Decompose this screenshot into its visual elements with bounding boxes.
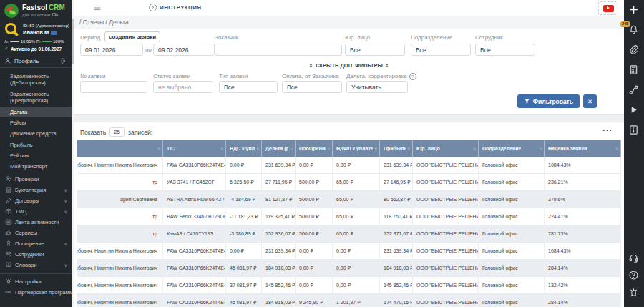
sidebar-item-8[interactable]: Словари∨ <box>0 260 72 271</box>
sidebar-item-2[interactable]: Договоры∨ <box>0 195 72 206</box>
sidebar-subitem-3[interactable]: Рейсы <box>0 117 72 128</box>
sidebar-item-5[interactable]: Сервисы <box>0 228 72 238</box>
column-header[interactable]: Поощрение (руб)↑↓ <box>296 140 333 157</box>
sort-icon[interactable]: ↑↓ <box>407 147 410 151</box>
sidebar-item-6[interactable]: Поощрение∨ <box>0 238 72 249</box>
table-row[interactable]: ария СергеевнаASTRA Astra HD9 66.42 / 11… <box>77 191 621 208</box>
search-icon[interactable] <box>4 22 19 37</box>
column-header[interactable]: Юр. лицо↑↓ <box>413 140 479 157</box>
sidebar-menu: ПроверкиБухгалтерия∨Договоры∨ТМЦ∨Лента а… <box>0 174 72 271</box>
sort-icon[interactable]: ↑↓ <box>374 147 377 151</box>
period-type-chip[interactable]: создания заявки <box>104 31 160 42</box>
filter-input[interactable]: не выбрано <box>153 81 213 93</box>
table-card: Показать 25 записей: ... ↑↓Т/С↑↓НДС к уп… <box>74 122 624 307</box>
calculator-button[interactable] <box>628 64 640 76</box>
sidebar-item-1[interactable]: Бухгалтерия∨ <box>0 185 72 195</box>
filter-input[interactable]: Все <box>411 44 471 56</box>
sort-icon[interactable]: ↑↓ <box>539 147 542 151</box>
show-label: Показать <box>80 129 106 136</box>
headset-button[interactable] <box>628 253 640 264</box>
filter-input[interactable] <box>80 81 147 93</box>
sort-icon[interactable]: ↑↓ <box>327 147 330 151</box>
sidebar-footer-item-0[interactable]: Настройки <box>0 276 72 287</box>
paperclip-button[interactable] <box>628 44 640 56</box>
help-icon[interactable]: ? <box>409 73 416 80</box>
clear-filter-button[interactable]: ✕ <box>583 94 597 108</box>
page-size-select[interactable]: 25 <box>109 127 125 137</box>
table-row[interactable]: б Глебович, Никитин Никита НикитовичFAW … <box>77 260 621 277</box>
play-button[interactable] <box>628 104 640 116</box>
app-logo[interactable]: FastsolCRM для логистики <box>0 0 72 20</box>
sidebar-subitem-0[interactable]: Задолженность (Дебиторская) <box>0 71 72 89</box>
filter-input[interactable]: Учитывать <box>346 81 408 93</box>
award-icon <box>5 240 12 247</box>
filter-input[interactable]: Все <box>475 44 535 56</box>
table-row[interactable]: б Глебович, Никитин Никита НикитовичFAW … <box>77 294 621 307</box>
filter-button[interactable]: Фильтровать <box>517 94 580 108</box>
bell-button[interactable]: 248 <box>628 24 640 36</box>
sidebar-footer-item-1[interactable]: Партнерская программа <box>0 287 72 298</box>
sidebar-subitem-2[interactable]: Дельта <box>0 107 72 117</box>
column-header[interactable]: Наценка заявки↑↓ <box>545 140 621 157</box>
info-button[interactable] <box>628 125 640 136</box>
sidebar-scrollbar[interactable] <box>72 0 74 307</box>
sidebar-subitem-1[interactable]: Задолженность (Кредиторская) <box>0 89 72 107</box>
column-header[interactable]: Т/С↑↓ <box>163 140 226 157</box>
plus-button[interactable] <box>628 4 640 16</box>
column-header[interactable]: ↑↓ <box>77 140 163 157</box>
youtube-button[interactable] <box>598 1 618 15</box>
route-button[interactable] <box>628 84 640 96</box>
sort-icon[interactable]: ↑↓ <box>615 147 618 151</box>
sort-icon[interactable]: ↑↓ <box>256 147 259 151</box>
column-header[interactable]: Прибыль↑↓ <box>380 140 413 157</box>
filter-label: Оплата, от Заказчика <box>282 73 339 79</box>
table-cell: ООО "БЫСТРЫЕ РЕШЕНИЯ" <box>413 208 479 225</box>
table-row[interactable]: б Глебович, Никитин Никита НикитовичFAW … <box>77 243 621 260</box>
person-icon <box>4 57 11 64</box>
date-from-input[interactable]: 09.01.2026 <box>80 44 143 56</box>
table-row[interactable]: трУАЗ 3741 / FG452CF5 326,50 ₽27 711,95 … <box>77 174 621 191</box>
table-cell: ASTRA Astra HD9 66.42 / 111111 <box>163 191 226 208</box>
table-cell: 0,00 ₽ <box>333 277 380 293</box>
sort-icon[interactable]: ↑↓ <box>220 147 223 151</box>
table-row[interactable]: трКамАЗ / С470ТУ193-3 786,89 ₽152 936,07… <box>77 225 621 243</box>
menu-toggle-icon[interactable] <box>93 4 102 12</box>
filter-input[interactable]: Все <box>219 81 278 93</box>
table-row[interactable]: трBAW Fenix 3346 / В123ОК-11 181,23 ₽119… <box>77 208 621 225</box>
sidebar-item-3[interactable]: ТМЦ∨ <box>0 206 72 217</box>
sidebar-subitem-5[interactable]: Прибыль <box>0 140 72 150</box>
sidebar-subitem-7[interactable]: Мой транспорт <box>0 161 72 172</box>
eye-icon <box>5 288 12 296</box>
sort-icon[interactable]: ↑↓ <box>157 147 160 151</box>
date-to-input[interactable]: 09.02.2026 <box>153 44 215 56</box>
profile-button[interactable]: Профиль <box>0 54 72 68</box>
filter-input[interactable] <box>215 44 342 56</box>
hide-filters-toggle[interactable]: « СКРЫТЬ ДОП. ФИЛЬТРЫ « <box>306 62 394 69</box>
more-options-button[interactable]: ... <box>602 124 613 132</box>
sort-icon[interactable]: ↑↓ <box>473 147 476 151</box>
column-header[interactable]: Дельта (руб)↑↓ <box>262 140 296 157</box>
table-row[interactable]: б Глебович, Никитин Никита НикитовичFAW … <box>77 157 621 174</box>
sidebar-item-0[interactable]: Проверки <box>0 174 72 185</box>
help-button[interactable] <box>628 270 640 281</box>
instruction-button[interactable]: ? ИНСТРУКЦИЯ <box>149 4 201 11</box>
table-cell: 0,00 ₽ <box>226 243 262 259</box>
table-cell: 0,00 ₽ <box>333 243 380 259</box>
sidebar-subitem-4[interactable]: Движение средств <box>0 128 72 139</box>
sidebar-item-7[interactable]: Сотрудники <box>0 249 72 260</box>
flag-icon <box>51 31 57 35</box>
column-header[interactable]: НДФЛ к уплате (руб)↑↓ <box>333 140 380 157</box>
filter-input[interactable]: Все <box>282 81 342 93</box>
filter-input[interactable]: Все <box>345 44 405 56</box>
table-row[interactable]: б Глебович, Никитин Никита НикитовичFAW … <box>77 277 621 294</box>
sidebar-subitem-6[interactable]: Рейтинг <box>0 150 72 161</box>
logout-icon[interactable] <box>60 57 67 64</box>
bug-icon <box>628 287 639 298</box>
column-header[interactable]: НДС к уплате↑↓ <box>226 140 262 157</box>
sort-icon[interactable]: ↑↓ <box>290 147 293 151</box>
bug-button[interactable] <box>628 287 640 298</box>
column-header[interactable]: Подразделение↑↓ <box>479 140 545 157</box>
table-cell: 500,00 ₽ <box>296 191 333 208</box>
sidebar-item-4[interactable]: Лента активности <box>0 217 72 228</box>
scrollbar-thumb[interactable] <box>72 19 74 64</box>
